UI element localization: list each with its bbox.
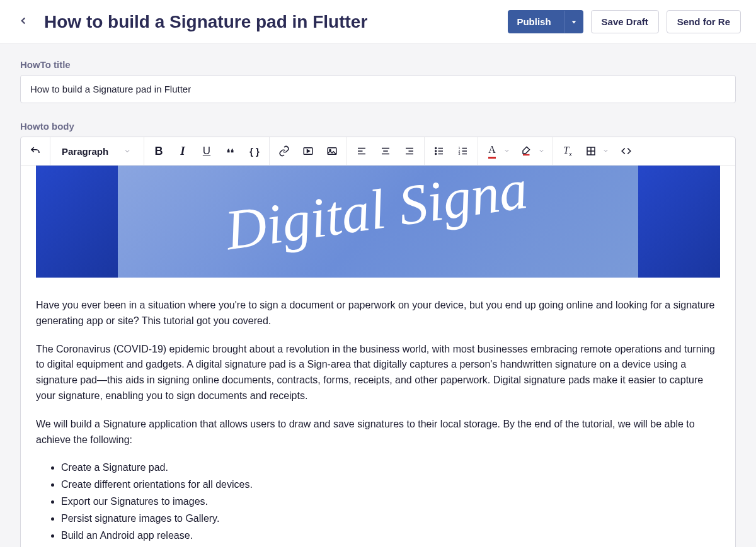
howto-title-input[interactable]: [20, 75, 736, 103]
hero-center: Digital Signa: [118, 166, 638, 278]
clear-formatting-button[interactable]: Tx: [556, 137, 580, 165]
publish-button[interactable]: Publish: [508, 10, 583, 33]
paragraph: The Coronavirus (COVID-19) epidemic brou…: [36, 342, 720, 404]
paragraph: We will build a Signature application th…: [36, 417, 720, 448]
hero-image[interactable]: Digital Signa: [36, 166, 720, 278]
feature-list: Create a Signature pad. Create different…: [61, 460, 720, 543]
align-left-button[interactable]: [350, 137, 374, 165]
svg-point-14: [435, 148, 437, 149]
list-item: Create different orientations for all de…: [61, 477, 720, 493]
rich-text-editor: Paragraph B I U { }: [20, 137, 736, 547]
send-for-review-button[interactable]: Send for Re: [667, 10, 741, 33]
video-button[interactable]: [296, 137, 320, 165]
article-content: Have you ever been in a situation where …: [36, 298, 720, 547]
save-draft-button[interactable]: Save Draft: [591, 10, 659, 33]
list-item: Create a Signature pad.: [61, 460, 720, 476]
list-item: Build an Android app release.: [61, 528, 720, 544]
chevron-down-icon: [123, 146, 131, 157]
header-actions: Publish Save Draft Send for Re: [508, 10, 741, 33]
chevron-down-icon: [501, 145, 513, 157]
underline-button[interactable]: U: [195, 137, 219, 165]
image-button[interactable]: [320, 137, 344, 165]
list-item: Persist signature images to Gallery.: [61, 511, 720, 527]
publish-label: Publish: [508, 11, 559, 33]
svg-marker-2: [307, 150, 310, 153]
undo-button[interactable]: [23, 137, 47, 165]
numbered-list-button[interactable]: 123: [451, 137, 475, 165]
bullet-list-button[interactable]: [427, 137, 451, 165]
list-item: Export our Signatures to images.: [61, 494, 720, 510]
svg-marker-0: [571, 21, 576, 23]
header-left: How to build a Signature pad in Flutter: [15, 11, 367, 33]
signature-text: Digital Signa: [221, 166, 531, 262]
text-color-button[interactable]: A: [481, 137, 515, 165]
italic-button[interactable]: I: [171, 137, 195, 165]
editor-toolbar: Paragraph B I U { }: [21, 137, 735, 166]
chevron-down-icon: [536, 145, 547, 157]
publish-dropdown-caret[interactable]: [564, 11, 583, 33]
blockquote-button[interactable]: [219, 137, 243, 165]
align-center-button[interactable]: [374, 137, 398, 165]
block-format-select[interactable]: Paragraph: [53, 137, 141, 165]
paragraph: Have you ever been in a situation where …: [36, 298, 720, 329]
chevron-down-icon: [600, 145, 612, 157]
editor-body[interactable]: Digital Signa Have you ever been in a si…: [21, 166, 735, 547]
hero-side-left: [36, 166, 118, 278]
content-area: HowTo title Howto body Paragraph B I: [0, 44, 756, 547]
header-bar: How to build a Signature pad in Flutter …: [0, 0, 756, 44]
hero-side-right: [638, 166, 720, 278]
howto-title-label: HowTo title: [20, 59, 736, 70]
link-button[interactable]: [272, 137, 296, 165]
code-button[interactable]: [614, 137, 638, 165]
align-right-button[interactable]: [398, 137, 421, 165]
bold-button[interactable]: B: [147, 137, 171, 165]
howto-body-label: Howto body: [20, 121, 736, 132]
svg-text:3: 3: [459, 152, 461, 155]
back-button[interactable]: [15, 11, 32, 33]
page-title: How to build a Signature pad in Flutter: [44, 12, 367, 32]
table-button[interactable]: [580, 137, 614, 165]
svg-point-16: [435, 150, 437, 152]
code-block-button[interactable]: { }: [243, 137, 266, 165]
svg-point-18: [435, 154, 437, 155]
block-format-label: Paragraph: [62, 146, 108, 157]
highlight-color-button[interactable]: [515, 137, 550, 165]
